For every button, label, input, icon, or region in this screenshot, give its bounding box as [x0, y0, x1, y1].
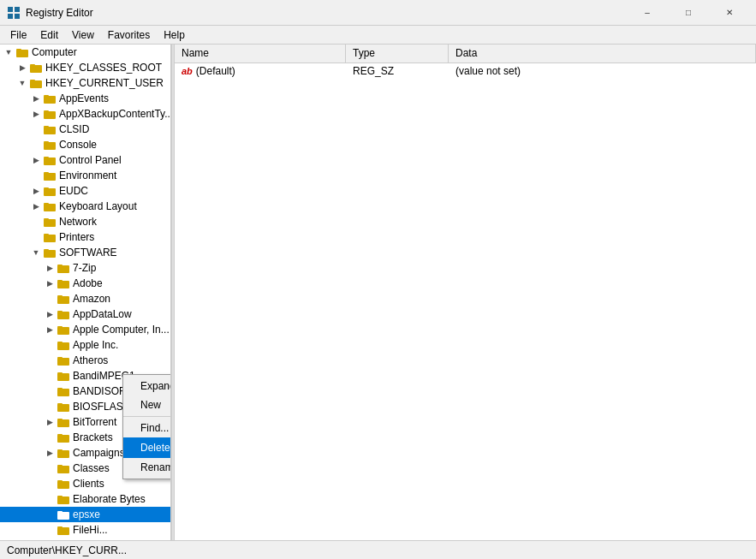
ctx-new-label: New	[140, 399, 161, 411]
folder-icon-network	[43, 216, 57, 228]
tree-item-environment[interactable]: ▶ Environment	[0, 168, 170, 183]
col-header-name: Name	[175, 45, 346, 62]
folder-icon-freem	[57, 539, 70, 540]
svg-rect-26	[44, 219, 56, 227]
folder-icon-clients	[57, 478, 70, 490]
tree-item-hkcu[interactable]: ▼ HKEY_CURRENT_USER	[0, 75, 170, 91]
close-button[interactable]: ✕	[710, 0, 749, 26]
table-row[interactable]: ab (Default) REG_SZ (value not set)	[175, 63, 756, 79]
tree-item-appdatalow[interactable]: ▶ AppDataLow	[0, 306, 170, 322]
svg-rect-46	[57, 373, 69, 381]
svg-rect-53	[57, 419, 63, 420]
tree-label-applecomputer: Apple Computer, In...	[73, 324, 170, 336]
tree-item-console[interactable]: ▶ Console	[0, 137, 170, 152]
tree-label-appevents: AppEvents	[59, 92, 109, 104]
expand-adobe: ▶	[43, 277, 57, 290]
tree-item-amazon[interactable]: ▶ Amazon	[0, 291, 170, 306]
ctx-expand[interactable]: Expand	[123, 377, 171, 395]
col-header-data: Data	[449, 45, 756, 62]
tree-item-computer[interactable]: ▼ Computer	[0, 45, 170, 60]
tree-item-freem[interactable]: ▶ Freem...	[0, 538, 170, 540]
menu-file[interactable]: File	[3, 27, 33, 43]
tree-item-epsxe[interactable]: ▶ epsxe	[0, 507, 170, 522]
svg-rect-14	[44, 127, 56, 134]
svg-rect-0	[8, 7, 13, 12]
menu-help[interactable]: Help	[157, 27, 192, 43]
tree-item-hkcr[interactable]: ▶ HKEY_CLASSES_ROOT	[0, 60, 170, 75]
svg-rect-16	[44, 142, 56, 150]
tree-item-keyboardlayout[interactable]: ▶ Keyboard Layout	[0, 199, 170, 214]
tree-label-adobe: Adobe	[73, 277, 103, 289]
expand-7zip: ▶	[43, 261, 57, 275]
tree-item-appevents[interactable]: ▶ AppEvents	[0, 91, 170, 106]
tree-label-hkcu: HKEY_CURRENT_USER	[45, 77, 164, 89]
menu-view[interactable]: View	[65, 27, 101, 43]
folder-icon-environment	[43, 169, 57, 181]
tree-item-appleinc[interactable]: ▶ Apple Inc.	[0, 337, 170, 353]
svg-rect-60	[57, 481, 69, 489]
tree-item-adobe[interactable]: ▶ Adobe	[0, 276, 170, 291]
right-pane: Name Type Data ab (Default) REG_SZ (valu…	[175, 45, 756, 540]
svg-rect-24	[44, 204, 56, 211]
folder-icon-filehi	[57, 524, 70, 536]
tree-item-controlpanel[interactable]: ▶ Control Panel	[0, 152, 170, 168]
expand-appevents: ▶	[29, 92, 43, 105]
tree-item-appxbackup[interactable]: ▶ AppXBackupContentTy...	[0, 106, 170, 122]
context-menu: Expand New ▶ Find... Delete ↖ Rename	[122, 374, 171, 479]
data-pane[interactable]: ab (Default) REG_SZ (value not set)	[175, 63, 756, 540]
folder-icon-atheros	[57, 354, 70, 366]
folder-icon-keyboardlayout	[43, 200, 57, 212]
tree-item-network[interactable]: ▶ Network	[0, 214, 170, 229]
tree-label-environment: Environment	[59, 169, 116, 181]
menu-favorites[interactable]: Favorites	[101, 27, 157, 43]
menu-edit[interactable]: Edit	[33, 27, 65, 43]
tree-item-clsid[interactable]: ▶ CLSID	[0, 122, 170, 137]
tree-label-freem: Freem...	[73, 539, 111, 540]
svg-rect-40	[57, 327, 69, 335]
maximize-button[interactable]: □	[669, 0, 708, 26]
app-icon	[7, 6, 21, 20]
tree-label-filehi: FileHi...	[73, 524, 108, 536]
tree-item-printers[interactable]: ▶ Printers	[0, 229, 170, 245]
tree-item-software[interactable]: ▼ SOFTWARE	[0, 245, 170, 260]
ctx-find[interactable]: Find...	[123, 419, 171, 437]
tree-label-campaigns: Campaigns	[73, 447, 125, 459]
tree-label-clients: Clients	[73, 478, 104, 490]
tree-item-elaboratebytes[interactable]: ▶ Elaborate Bytes	[0, 491, 170, 507]
folder-icon-hkcr	[29, 62, 43, 74]
tree-item-eudc[interactable]: ▶ EUDC	[0, 183, 170, 199]
tree-item-applecomputer[interactable]: ▶ Apple Computer, In...	[0, 322, 170, 337]
svg-rect-19	[44, 157, 49, 158]
tree-item-atheros[interactable]: ▶ Atheros	[0, 353, 170, 368]
svg-rect-54	[57, 435, 69, 443]
tree-label-eudc: EUDC	[59, 185, 88, 197]
folder-icon-software	[43, 247, 57, 259]
ctx-delete[interactable]: Delete ↖	[123, 437, 171, 458]
folder-icon-printers	[43, 231, 57, 243]
tree-label-hkcr: HKEY_CLASSES_ROOT	[45, 62, 162, 74]
title-bar-text: Registry Editor	[26, 7, 628, 19]
svg-rect-62	[57, 497, 69, 504]
svg-rect-57	[57, 449, 63, 451]
expand-computer: ▼	[2, 45, 15, 59]
ctx-delete-label: Delete	[140, 442, 170, 454]
minimize-button[interactable]: –	[628, 0, 667, 26]
svg-rect-32	[57, 265, 69, 273]
tree-item-filehi[interactable]: ▶ FileHi...	[0, 522, 170, 538]
svg-rect-55	[57, 434, 63, 436]
svg-rect-3	[15, 14, 20, 19]
svg-rect-50	[57, 404, 69, 412]
svg-rect-36	[57, 296, 69, 304]
svg-rect-52	[57, 419, 69, 427]
main-area: ▼ Computer ▶ HKEY_CLASSES_ROOT ▼	[0, 45, 756, 540]
svg-rect-30	[44, 250, 56, 258]
svg-rect-5	[16, 49, 21, 51]
expand-hkcu: ▼	[15, 76, 29, 90]
ctx-rename[interactable]: Rename	[123, 458, 171, 477]
svg-rect-17	[44, 141, 49, 143]
tree-item-7zip[interactable]: ▶ 7-Zip	[0, 260, 170, 276]
tree-label-appdatalow: AppDataLow	[73, 308, 132, 320]
expand-software: ▼	[29, 246, 43, 259]
expand-controlpanel: ▶	[29, 153, 43, 167]
ctx-new[interactable]: New ▶	[123, 395, 171, 414]
